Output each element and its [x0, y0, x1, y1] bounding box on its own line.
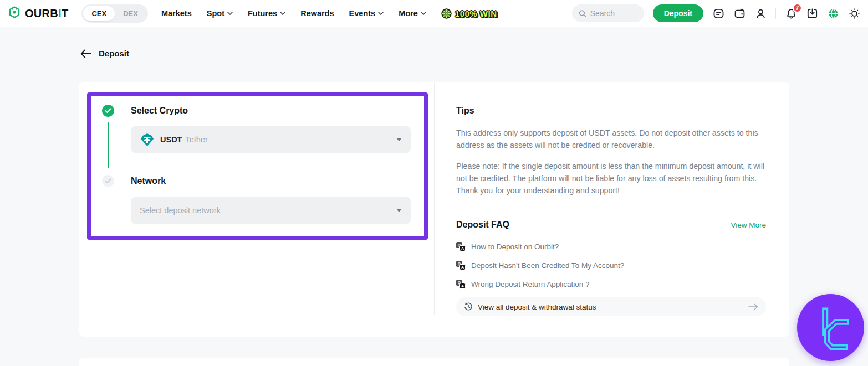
language-globe-icon[interactable]	[827, 7, 839, 19]
dropdown-caret-icon	[396, 138, 402, 141]
history-clock-icon	[464, 302, 473, 311]
lucky-wheel-icon	[441, 8, 452, 19]
deposit-button[interactable]: Deposit	[653, 4, 703, 22]
nav-rewards[interactable]: Rewards	[300, 9, 334, 18]
dropdown-caret-icon	[396, 209, 402, 212]
network-placeholder: Select deposit network	[140, 206, 221, 215]
chevron-down-icon	[280, 12, 285, 15]
header-divider	[775, 8, 776, 19]
promo-100-win-banner[interactable]: 100% WIN	[441, 8, 497, 19]
crypto-select-dropdown[interactable]: USDT Tether	[131, 126, 411, 153]
search-input[interactable]	[590, 9, 637, 18]
toggle-dex[interactable]: DEX	[115, 6, 146, 21]
user-icon[interactable]	[754, 7, 767, 19]
toggle-cex[interactable]: CEX	[83, 6, 115, 21]
floating-brand-widget[interactable]	[797, 294, 864, 361]
question-answer-icon: QA	[456, 242, 466, 251]
ourbit-logo[interactable]: OURBIT	[8, 6, 68, 21]
nav-more[interactable]: More	[399, 9, 426, 18]
arrow-right-icon	[748, 303, 758, 310]
usdt-tether-icon	[140, 132, 155, 147]
column-divider	[434, 83, 435, 315]
chat-icon[interactable]	[712, 7, 724, 19]
top-navbar: OURBIT CEX DEX Markets Spot Futures Rewa…	[0, 0, 868, 27]
step2-pending-check-icon	[102, 175, 114, 187]
network-select-dropdown[interactable]: Select deposit network	[131, 197, 411, 224]
step1-title: Select Crypto	[131, 106, 188, 116]
faq-item[interactable]: QA Wrong Deposit Return Application ?	[456, 280, 590, 289]
step1-complete-check-icon	[102, 105, 114, 117]
main-nav: Markets Spot Futures Rewards Events More…	[161, 8, 497, 19]
faq-item[interactable]: QA Deposit Hasn't Been Credited To My Ac…	[456, 261, 624, 270]
search-box[interactable]	[572, 4, 644, 22]
status-link-label: View all deposit & withdrawal status	[478, 303, 596, 311]
faq-view-more-link[interactable]: View More	[731, 221, 766, 229]
chevron-down-icon	[378, 12, 384, 15]
cursor-monogram-icon	[807, 304, 855, 352]
selected-crypto-symbol: USDT	[160, 135, 182, 144]
chevron-down-icon	[421, 12, 426, 15]
step-connector-line	[108, 122, 109, 168]
download-app-icon[interactable]	[806, 7, 818, 19]
cex-dex-toggle: CEX DEX	[81, 4, 147, 23]
nav-markets[interactable]: Markets	[161, 9, 192, 18]
question-answer-icon: QA	[456, 280, 466, 289]
nav-futures[interactable]: Futures	[248, 9, 285, 18]
nav-spot[interactable]: Spot	[207, 9, 233, 18]
notifications-bell-icon[interactable]: 7	[785, 7, 797, 19]
faq-header: Deposit FAQ View More	[456, 220, 766, 230]
ourbit-wordmark: OURBIT	[25, 7, 68, 20]
tips-paragraph-1: This address only supports deposit of US…	[456, 127, 767, 151]
nav-events[interactable]: Events	[349, 9, 384, 18]
back-arrow-icon	[80, 49, 91, 58]
theme-sun-icon[interactable]	[848, 7, 860, 19]
tips-title: Tips	[456, 106, 474, 116]
tips-paragraph-2: Please note: If the single deposit amoun…	[456, 160, 767, 197]
ourbit-logo-icon	[8, 6, 21, 21]
promo-label: 100% WIN	[455, 9, 497, 18]
question-answer-icon: QA	[456, 261, 466, 270]
page-title: Deposit	[99, 49, 129, 58]
chevron-down-icon	[227, 12, 233, 15]
back-navigation[interactable]: Deposit	[80, 49, 129, 58]
step2-title: Network	[131, 176, 166, 186]
selected-crypto-name: Tether	[185, 135, 207, 144]
faq-item[interactable]: QA How to Deposit on Ourbit?	[456, 242, 559, 251]
notification-count-badge: 7	[793, 3, 802, 13]
deposit-withdrawal-status-link[interactable]: View all deposit & withdrawal status	[456, 297, 766, 316]
search-icon	[579, 9, 586, 18]
next-section-card	[79, 358, 789, 366]
faq-title: Deposit FAQ	[456, 220, 509, 230]
wallet-icon[interactable]	[733, 7, 746, 19]
